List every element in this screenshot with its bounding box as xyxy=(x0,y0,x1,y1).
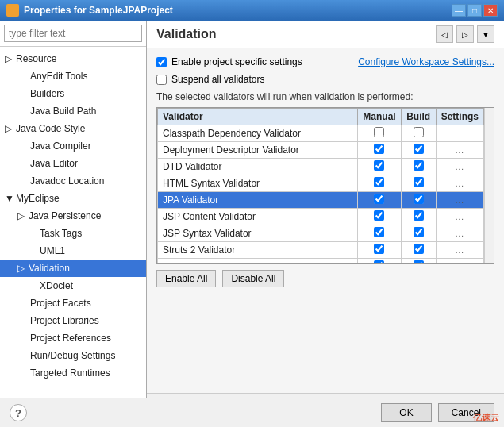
right-panel: Validation ◁ ▷ ▼ Enable project specific… xyxy=(147,21,504,427)
validator-manual-check[interactable] xyxy=(358,175,401,192)
table-row[interactable]: Deployment Descriptor Validator... xyxy=(158,142,484,159)
validator-settings[interactable]: ... xyxy=(436,242,483,259)
left-panel: ▷Resource AnyEdit Tools Builders Java Bu… xyxy=(0,21,147,427)
ok-button[interactable]: OK xyxy=(381,403,431,422)
validator-settings[interactable]: ... xyxy=(436,192,483,209)
validator-name: Classpath Dependency Validator xyxy=(158,125,358,142)
watermark: 亿速云 xyxy=(473,412,499,424)
table-buttons: Enable All Disable All xyxy=(156,264,494,294)
filter-input[interactable] xyxy=(4,25,142,42)
window-icon xyxy=(6,4,19,17)
tree-item-projectlibraries[interactable]: Project Libraries xyxy=(0,312,146,329)
validator-build-check[interactable] xyxy=(401,142,436,159)
tree-item-builders[interactable]: Builders xyxy=(0,85,146,102)
tree-item-tasktags[interactable]: Task Tags xyxy=(0,225,146,242)
validators-desc: The selected validators will run when va… xyxy=(156,91,494,102)
footer-bar: ? OK Cancel xyxy=(0,398,504,427)
tree-item-javaeditor[interactable]: Java Editor xyxy=(0,155,146,172)
tree-area: ▷Resource AnyEdit Tools Builders Java Bu… xyxy=(0,47,146,427)
validator-manual-check[interactable] xyxy=(358,259,401,264)
validator-name: JSP Content Validator xyxy=(158,209,358,225)
table-row[interactable]: JSP Content Validator... xyxy=(158,209,484,225)
col-validator: Validator xyxy=(158,109,358,125)
window-title: Properties for SampleJPAProject xyxy=(24,5,447,16)
tree-item-anyedit[interactable]: AnyEdit Tools xyxy=(0,67,146,85)
workspace-link[interactable]: Configure Workspace Settings... xyxy=(358,56,494,67)
filter-box xyxy=(0,21,146,47)
validator-build-check[interactable] xyxy=(401,175,436,192)
maximize-button[interactable]: □ xyxy=(467,4,482,17)
tree-item-myeclipse[interactable]: ▼MyEclipse xyxy=(0,190,146,207)
validator-name: Struts 2 Validator xyxy=(158,242,358,259)
validator-name: Deployment Descriptor Validator xyxy=(158,142,358,159)
validator-settings[interactable]: ... xyxy=(436,142,483,159)
validator-name: Tag Library Descriptor Validator xyxy=(158,259,358,264)
enable-checkbox[interactable] xyxy=(156,57,167,67)
validator-settings[interactable]: ... xyxy=(436,175,483,192)
tree-item-javadoclocation[interactable]: Javadoc Location xyxy=(0,172,146,190)
tree-item-rundebugsettings[interactable]: Run/Debug Settings xyxy=(0,347,146,364)
validator-settings[interactable]: ... xyxy=(436,225,483,242)
enable-row: Enable project specific settings Configu… xyxy=(156,56,494,67)
header-nav: ◁ ▷ ▼ xyxy=(436,25,494,43)
col-manual: Manual xyxy=(358,109,401,125)
suspend-row: Suspend all validators xyxy=(156,74,494,85)
right-title: Validation xyxy=(156,27,217,41)
validators-table-wrapper: Validator Manual Build Settings Classpat… xyxy=(156,107,494,264)
nav-dropdown-button[interactable]: ▼ xyxy=(477,25,494,43)
tree-item-targetedruntimes[interactable]: Targeted Runtimes xyxy=(0,364,146,382)
table-row[interactable]: HTML Syntax Validator... xyxy=(158,175,484,192)
tree-item-javacodestyle[interactable]: ▷Java Code Style xyxy=(0,120,146,137)
tree-item-validation[interactable]: ▷Validation xyxy=(0,260,146,277)
suspend-checkbox[interactable] xyxy=(156,75,167,85)
tree-item-projectfacets[interactable]: Project Facets xyxy=(0,294,146,312)
validator-manual-check[interactable] xyxy=(358,192,401,209)
table-row[interactable]: Classpath Dependency Validator xyxy=(158,125,484,142)
window-controls: — □ ✕ xyxy=(452,4,498,17)
help-button[interactable]: ? xyxy=(10,404,27,421)
col-build: Build xyxy=(401,109,436,125)
tree-item-javacompiler[interactable]: Java Compiler xyxy=(0,137,146,155)
tree-item-xdoclet[interactable]: XDoclet xyxy=(0,277,146,294)
validator-manual-check[interactable] xyxy=(358,159,401,175)
validator-name: JSP Syntax Validator xyxy=(158,225,358,242)
enable-label: Enable project specific settings xyxy=(171,56,302,67)
tree-item-resource[interactable]: ▷Resource xyxy=(0,50,146,67)
validator-manual-check[interactable] xyxy=(358,209,401,225)
validator-name: JPA Validator xyxy=(158,192,358,209)
validator-manual-check[interactable] xyxy=(358,242,401,259)
table-row[interactable]: JPA Validator... xyxy=(158,192,484,209)
validator-settings[interactable]: ... xyxy=(436,209,483,225)
validator-settings[interactable]: ... xyxy=(436,259,483,264)
validator-build-check[interactable] xyxy=(401,209,436,225)
nav-back-button[interactable]: ◁ xyxy=(436,25,453,43)
table-row[interactable]: JSP Syntax Validator... xyxy=(158,225,484,242)
validator-build-check[interactable] xyxy=(401,192,436,209)
tree-item-projectreferences[interactable]: Project References xyxy=(0,329,146,347)
tree-item-javabuildpath[interactable]: Java Build Path xyxy=(0,102,146,120)
table-scrollbar[interactable] xyxy=(484,108,494,263)
validator-manual-check[interactable] xyxy=(358,225,401,242)
table-row[interactable]: Tag Library Descriptor Validator... xyxy=(158,259,484,264)
validator-build-check[interactable] xyxy=(401,242,436,259)
validator-build-check[interactable] xyxy=(401,159,436,175)
minimize-button[interactable]: — xyxy=(452,4,466,17)
nav-forward-button[interactable]: ▷ xyxy=(456,25,474,43)
tree-item-javapersistence[interactable]: ▷Java Persistence xyxy=(0,207,146,225)
disable-all-button[interactable]: Disable All xyxy=(222,270,284,287)
validator-build-check[interactable] xyxy=(401,259,436,264)
validator-manual-check[interactable] xyxy=(358,142,401,159)
table-row[interactable]: DTD Validator... xyxy=(158,159,484,175)
table-row[interactable]: Struts 2 Validator... xyxy=(158,242,484,259)
col-settings: Settings xyxy=(436,109,483,125)
validator-name: HTML Syntax Validator xyxy=(158,175,358,192)
validators-section: The selected validators will run when va… xyxy=(156,91,494,294)
tree-item-uml1[interactable]: UML1 xyxy=(0,242,146,260)
validator-build-check[interactable] xyxy=(401,125,436,142)
close-button[interactable]: ✕ xyxy=(483,4,498,17)
validator-settings[interactable] xyxy=(436,125,483,142)
enable-all-button[interactable]: Enable All xyxy=(156,270,216,287)
validator-settings[interactable]: ... xyxy=(436,159,483,175)
validator-manual-check[interactable] xyxy=(358,125,401,142)
validator-build-check[interactable] xyxy=(401,225,436,242)
